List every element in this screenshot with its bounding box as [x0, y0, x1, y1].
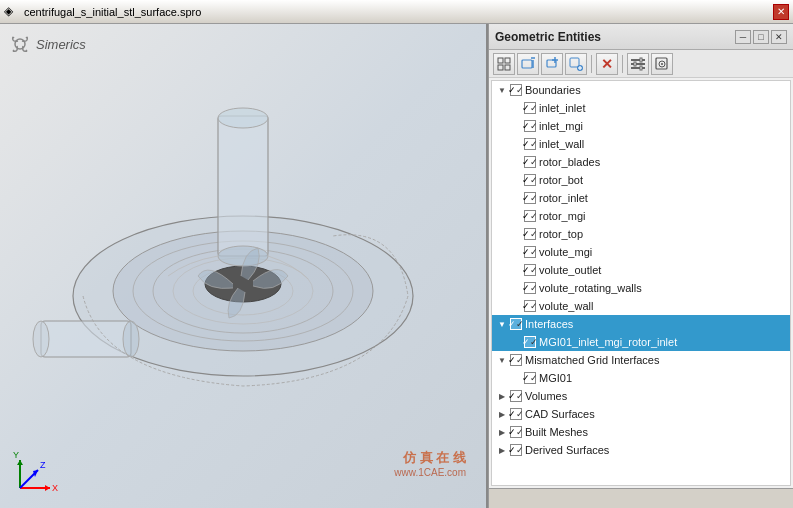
- tree-checkbox-mgi_group[interactable]: ✓: [510, 354, 522, 366]
- tree-item-rotor_bot[interactable]: ✓rotor_bot: [492, 171, 790, 189]
- logo-area: Simerics: [8, 32, 86, 56]
- tree-expand-interfaces[interactable]: ▼: [496, 318, 508, 330]
- svg-point-45: [661, 63, 663, 65]
- tree-checkbox-rotor_inlet[interactable]: ✓: [524, 192, 536, 204]
- svg-rect-37: [631, 59, 645, 61]
- tree-item-derived_surfaces[interactable]: ▶✓Derived Surfaces: [492, 441, 790, 459]
- toolbar-add-button[interactable]: [517, 53, 539, 75]
- tree-checkbox-inlet_mgi[interactable]: ✓: [524, 120, 536, 132]
- svg-rect-42: [640, 66, 642, 70]
- tree-item-rotor_top[interactable]: ✓rotor_top: [492, 225, 790, 243]
- tree-checkbox-interfaces[interactable]: ✓: [510, 318, 522, 330]
- tree-item-rotor_mgi[interactable]: ✓rotor_mgi: [492, 207, 790, 225]
- tree-label-volute_outlet: volute_outlet: [539, 264, 601, 276]
- title-bar: ◈ centrifugal_s_initial_stl_surface.spro…: [0, 0, 793, 24]
- tree-item-inlet_wall[interactable]: ✓inlet_wall: [492, 135, 790, 153]
- tree-checkbox-rotor_top[interactable]: ✓: [524, 228, 536, 240]
- toolbar-expand-all-button[interactable]: [493, 53, 515, 75]
- tree-expand-boundaries[interactable]: ▼: [496, 84, 508, 96]
- tree-item-volumes[interactable]: ▶✓Volumes: [492, 387, 790, 405]
- toolbar-delete-button[interactable]: ✕: [596, 53, 618, 75]
- tree-checkbox-volute_rotating_walls[interactable]: ✓: [524, 282, 536, 294]
- svg-rect-39: [631, 67, 645, 69]
- watermark-area: 仿 真 在 线 www.1CAE.com: [394, 449, 466, 478]
- tree-label-interfaces: Interfaces: [525, 318, 573, 330]
- tree-item-inlet_mgi[interactable]: ✓inlet_mgi: [492, 117, 790, 135]
- panel-header: Geometric Entities ─ □ ✕: [489, 24, 793, 50]
- tree-panel[interactable]: ▼✓Boundaries✓inlet_inlet✓inlet_mgi✓inlet…: [491, 80, 791, 486]
- tree-checkbox-rotor_bot[interactable]: ✓: [524, 174, 536, 186]
- tree-item-mgi_group[interactable]: ▼✓Mismatched Grid Interfaces: [492, 351, 790, 369]
- toolbar-add2-button[interactable]: [541, 53, 563, 75]
- tree-checkbox-derived_surfaces[interactable]: ✓: [510, 444, 522, 456]
- tree-checkbox-mgi01[interactable]: ✓: [524, 372, 536, 384]
- svg-marker-15: [45, 485, 50, 491]
- settings-icon: [631, 57, 645, 71]
- tree-expand-built_meshes[interactable]: ▶: [496, 426, 508, 438]
- tree-expand-volumes[interactable]: ▶: [496, 390, 508, 402]
- tree-checkbox-mgi01_inlet[interactable]: ✓: [524, 336, 536, 348]
- tree-label-volumes: Volumes: [525, 390, 567, 402]
- tree-expand-cad_surfaces[interactable]: ▶: [496, 408, 508, 420]
- tree-label-rotor_mgi: rotor_mgi: [539, 210, 585, 222]
- tree-item-mgi01_inlet[interactable]: ✓MGI01_inlet_mgi_rotor_inlet: [492, 333, 790, 351]
- tree-item-rotor_inlet[interactable]: ✓rotor_inlet: [492, 189, 790, 207]
- tree-checkbox-volute_wall[interactable]: ✓: [524, 300, 536, 312]
- right-panel: Geometric Entities ─ □ ✕: [488, 24, 793, 508]
- toolbar: ✕: [489, 50, 793, 78]
- panel-control-buttons: ─ □ ✕: [735, 30, 787, 44]
- tree-expand-volute_wall: [510, 300, 522, 312]
- model-area: [0, 54, 486, 478]
- tree-checkbox-volute_mgi[interactable]: ✓: [524, 246, 536, 258]
- tree-item-interfaces[interactable]: ▼✓Interfaces: [492, 315, 790, 333]
- tree-expand-rotor_inlet: [510, 192, 522, 204]
- svg-rect-38: [631, 63, 645, 65]
- expand-all-icon: [497, 57, 511, 71]
- tree-item-volute_mgi[interactable]: ✓volute_mgi: [492, 243, 790, 261]
- tree-item-boundaries[interactable]: ▼✓Boundaries: [492, 81, 790, 99]
- title-bar-close-button[interactable]: ✕: [773, 4, 789, 20]
- svg-rect-33: [570, 58, 579, 67]
- tree-label-inlet_mgi: inlet_mgi: [539, 120, 583, 132]
- tree-expand-mgi01: [510, 372, 522, 384]
- tree-item-mgi01[interactable]: ✓MGI01: [492, 369, 790, 387]
- toolbar-settings-button[interactable]: [627, 53, 649, 75]
- tree-checkbox-volute_outlet[interactable]: ✓: [524, 264, 536, 276]
- tree-item-inlet_inlet[interactable]: ✓inlet_inlet: [492, 99, 790, 117]
- panel-float-button[interactable]: □: [753, 30, 769, 44]
- tree-item-volute_rotating_walls[interactable]: ✓volute_rotating_walls: [492, 279, 790, 297]
- axes-indicator: X Y Z: [10, 448, 60, 498]
- tree-checkbox-rotor_blades[interactable]: ✓: [524, 156, 536, 168]
- tree-checkbox-rotor_mgi[interactable]: ✓: [524, 210, 536, 222]
- main-container: Simerics: [0, 24, 793, 508]
- panel-status-bar: [489, 488, 793, 508]
- tree-item-volute_outlet[interactable]: ✓volute_outlet: [492, 261, 790, 279]
- toolbar-add3-button[interactable]: [565, 53, 587, 75]
- svg-point-12: [33, 321, 49, 357]
- tree-expand-mgi_group[interactable]: ▼: [496, 354, 508, 366]
- tree-checkbox-inlet_inlet[interactable]: ✓: [524, 102, 536, 114]
- tree-item-volute_wall[interactable]: ✓volute_wall: [492, 297, 790, 315]
- tree-checkbox-volumes[interactable]: ✓: [510, 390, 522, 402]
- add-icon: [521, 57, 535, 71]
- panel-minimize-button[interactable]: ─: [735, 30, 751, 44]
- tree-label-volute_wall: volute_wall: [539, 300, 593, 312]
- svg-text:Y: Y: [13, 450, 19, 460]
- tree-item-built_meshes[interactable]: ▶✓Built Meshes: [492, 423, 790, 441]
- tree-expand-derived_surfaces[interactable]: ▶: [496, 444, 508, 456]
- tree-item-cad_surfaces[interactable]: ▶✓CAD Surfaces: [492, 405, 790, 423]
- tree-label-rotor_bot: rotor_bot: [539, 174, 583, 186]
- toolbar-view-button[interactable]: [651, 53, 673, 75]
- toolbar-separator: [591, 55, 592, 73]
- viewport[interactable]: Simerics: [0, 24, 488, 508]
- tree-checkbox-boundaries[interactable]: ✓: [510, 84, 522, 96]
- tree-checkbox-built_meshes[interactable]: ✓: [510, 426, 522, 438]
- toolbar-separator-2: [622, 55, 623, 73]
- tree-item-rotor_blades[interactable]: ✓rotor_blades: [492, 153, 790, 171]
- tree-expand-rotor_blades: [510, 156, 522, 168]
- panel-close-button[interactable]: ✕: [771, 30, 787, 44]
- svg-rect-23: [498, 58, 503, 63]
- svg-rect-27: [522, 60, 532, 68]
- tree-checkbox-cad_surfaces[interactable]: ✓: [510, 408, 522, 420]
- tree-checkbox-inlet_wall[interactable]: ✓: [524, 138, 536, 150]
